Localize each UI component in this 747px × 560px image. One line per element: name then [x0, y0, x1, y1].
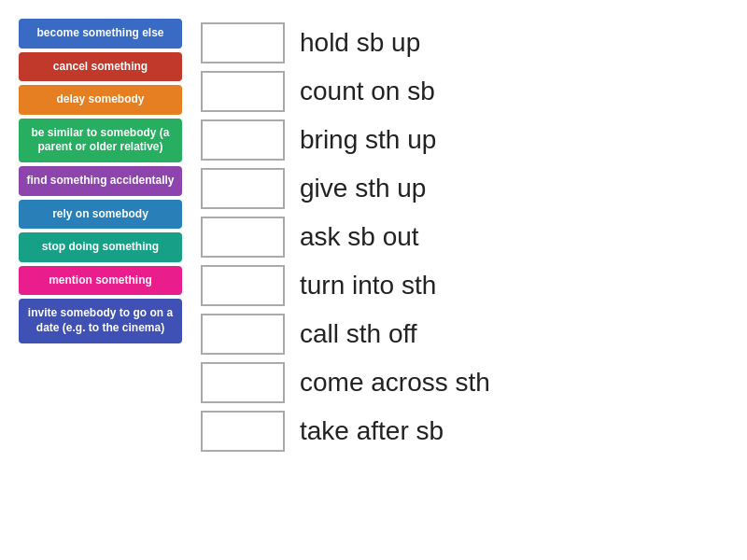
left-btn-find-something-accidentally[interactable]: find something accidentally — [19, 166, 182, 196]
match-row-come-across-sth: come across sth — [201, 358, 728, 407]
left-btn-be-similar-to-somebody[interactable]: be similar to somebody (a parent or olde… — [19, 119, 182, 162]
match-box-ask-sb-out[interactable] — [201, 217, 285, 258]
left-btn-become-something-else[interactable]: become something else — [19, 19, 182, 49]
match-label-bring-sth-up: bring sth up — [300, 125, 436, 155]
left-btn-stop-doing-something[interactable]: stop doing something — [19, 232, 182, 262]
match-row-count-on-sb: count on sb — [201, 67, 728, 116]
match-label-turn-into-sth: turn into sth — [300, 271, 436, 301]
match-row-bring-sth-up: bring sth up — [201, 116, 728, 164]
match-box-turn-into-sth[interactable] — [201, 265, 285, 306]
match-row-call-sth-off: call sth off — [201, 310, 728, 358]
match-box-come-across-sth[interactable] — [201, 362, 285, 403]
match-box-hold-sb-up[interactable] — [201, 22, 285, 63]
left-column: become something elsecancel somethingdel… — [19, 19, 182, 541]
match-box-take-after-sb[interactable] — [201, 411, 285, 452]
left-btn-invite-somebody-date[interactable]: invite somebody to go on a date (e.g. to… — [19, 299, 182, 343]
match-box-count-on-sb[interactable] — [201, 71, 285, 112]
match-label-call-sth-off: call sth off — [300, 319, 417, 349]
left-btn-rely-on-somebody[interactable]: rely on somebody — [19, 200, 182, 230]
match-row-ask-sb-out: ask sb out — [201, 213, 728, 261]
match-box-bring-sth-up[interactable] — [201, 119, 285, 161]
left-btn-delay-somebody[interactable]: delay somebody — [19, 85, 182, 115]
match-box-give-sth-up[interactable] — [201, 168, 285, 209]
left-btn-mention-something[interactable]: mention something — [19, 266, 182, 296]
match-row-hold-sb-up: hold sb up — [201, 19, 728, 67]
match-row-take-after-sb: take after sb — [201, 407, 728, 455]
left-btn-cancel-something[interactable]: cancel something — [19, 52, 182, 82]
match-label-ask-sb-out: ask sb out — [300, 222, 419, 252]
match-label-come-across-sth: come across sth — [300, 368, 490, 398]
match-box-call-sth-off[interactable] — [201, 314, 285, 355]
match-label-give-sth-up: give sth up — [300, 174, 426, 203]
right-column: hold sb upcount on sbbring sth upgive st… — [201, 19, 728, 541]
match-row-turn-into-sth: turn into sth — [201, 261, 728, 310]
match-label-hold-sb-up: hold sb up — [300, 28, 420, 58]
match-row-give-sth-up: give sth up — [201, 164, 728, 213]
match-label-take-after-sb: take after sb — [300, 416, 444, 446]
match-label-count-on-sb: count on sb — [300, 77, 435, 106]
